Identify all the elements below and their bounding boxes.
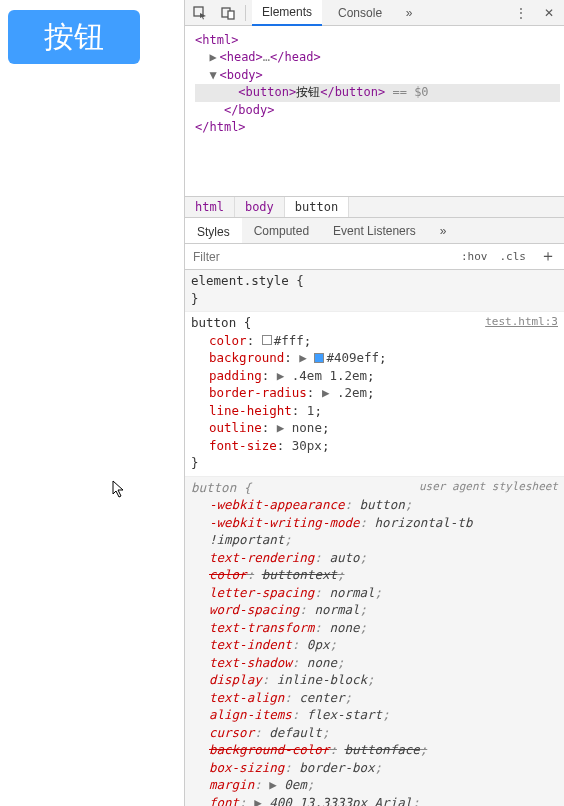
css-prop-text-indent: text-indent: 0px;	[191, 636, 558, 654]
css-prop-padding[interactable]: padding: ▶ .4em 1.2em;	[191, 367, 558, 385]
breadcrumb: html body button	[185, 196, 564, 218]
css-prop-align-items: align-items: flex-start;	[191, 706, 558, 724]
cls-toggle[interactable]: .cls	[494, 250, 533, 263]
tab-computed[interactable]: Computed	[242, 218, 321, 243]
rule-button-authored[interactable]: button { test.html:3 color: #fff;backgro…	[185, 312, 564, 477]
styles-toolbar: Styles Computed Event Listeners »	[185, 218, 564, 244]
css-prop-box-sizing: box-sizing: border-box;	[191, 759, 558, 777]
css-prop-line-height[interactable]: line-height: 1;	[191, 402, 558, 420]
kebab-menu-icon[interactable]: ⋮	[510, 2, 532, 24]
css-prop--webkit-appearance: -webkit-appearance: button;	[191, 496, 558, 514]
device-toggle-icon[interactable]	[217, 2, 239, 24]
css-prop-word-spacing: word-spacing: normal;	[191, 601, 558, 619]
css-prop-color[interactable]: color: #fff;	[191, 332, 558, 350]
css-prop-border-radius[interactable]: border-radius: ▶ .2em;	[191, 384, 558, 402]
css-prop-text-align: text-align: center;	[191, 689, 558, 707]
svg-rect-2	[228, 11, 234, 19]
css-prop-letter-spacing: letter-spacing: normal;	[191, 584, 558, 602]
crumb-button[interactable]: button	[285, 197, 349, 217]
css-prop-outline[interactable]: outline: ▶ none;	[191, 419, 558, 437]
more-tabs-icon[interactable]: »	[398, 2, 420, 24]
selected-node[interactable]: <button>按钮</button> == $0	[195, 84, 560, 101]
css-prop-color: color: buttontext;	[191, 566, 558, 584]
css-prop--webkit-writing-mode: -webkit-writing-mode: horizontal-tb !imp…	[191, 514, 558, 549]
filter-input[interactable]	[185, 244, 455, 269]
css-prop-font-size[interactable]: font-size: 30px;	[191, 437, 558, 455]
css-prop-text-shadow: text-shadow: none;	[191, 654, 558, 672]
css-prop-text-transform: text-transform: none;	[191, 619, 558, 637]
devtools-panel: Elements Console » ⋮ ✕ <html> ▶<head>…</…	[184, 0, 564, 806]
crumb-html[interactable]: html	[185, 197, 235, 217]
styles-panel[interactable]: element.style { } button { test.html:3 c…	[185, 270, 564, 806]
hov-toggle[interactable]: :hov	[455, 250, 494, 263]
css-prop-background[interactable]: background: ▶ #409eff;	[191, 349, 558, 367]
cursor-icon	[112, 480, 126, 502]
rule-origin-link[interactable]: test.html:3	[485, 314, 558, 332]
css-prop-font: font: ▶ 400 13.3333px Arial;	[191, 794, 558, 807]
css-prop-background-color: background-color: buttonface;	[191, 741, 558, 759]
css-prop-text-rendering: text-rendering: auto;	[191, 549, 558, 567]
devtools-toolbar: Elements Console » ⋮ ✕	[185, 0, 564, 26]
css-prop-display: display: inline-block;	[191, 671, 558, 689]
filter-row: :hov .cls ＋	[185, 244, 564, 270]
more-styles-tabs-icon[interactable]: »	[428, 218, 459, 243]
tab-styles[interactable]: Styles	[185, 218, 242, 243]
dom-tree[interactable]: <html> ▶<head>…</head> ▼<body> <button>按…	[185, 26, 564, 196]
rule-button-ua: button { user agent stylesheet -webkit-a…	[185, 477, 564, 807]
new-style-rule-icon[interactable]: ＋	[532, 246, 564, 267]
rule-origin-ua: user agent stylesheet	[419, 479, 558, 497]
close-icon[interactable]: ✕	[538, 2, 560, 24]
inspect-icon[interactable]	[189, 2, 211, 24]
rule-element-style[interactable]: element.style { }	[185, 270, 564, 312]
rendered-page: 按钮	[0, 0, 184, 806]
css-prop-margin: margin: ▶ 0em;	[191, 776, 558, 794]
separator	[245, 5, 246, 21]
tab-elements[interactable]: Elements	[252, 0, 322, 26]
tab-console[interactable]: Console	[328, 0, 392, 26]
crumb-body[interactable]: body	[235, 197, 285, 217]
tab-event-listeners[interactable]: Event Listeners	[321, 218, 428, 243]
css-prop-cursor: cursor: default;	[191, 724, 558, 742]
rendered-button[interactable]: 按钮	[8, 10, 140, 64]
